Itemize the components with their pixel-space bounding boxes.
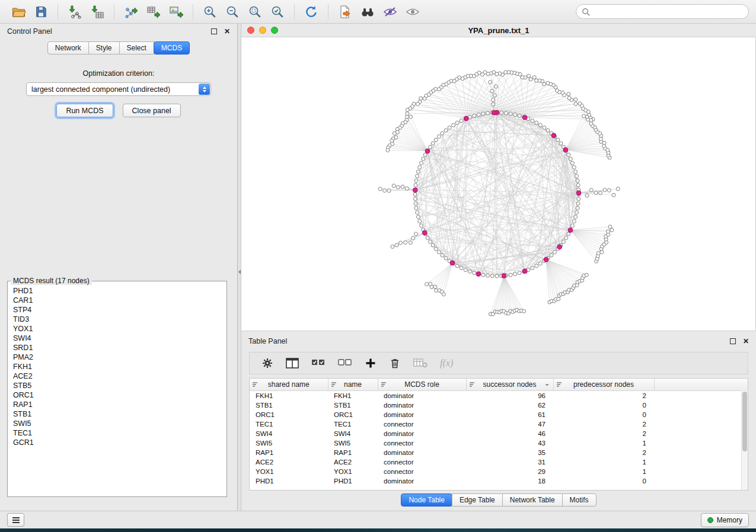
graph-node[interactable] <box>532 76 536 79</box>
cell-mcds-role[interactable]: dominator <box>378 448 466 457</box>
graph-node[interactable] <box>431 243 435 247</box>
result-node-item[interactable]: PMA2 <box>13 352 221 362</box>
graph-node[interactable] <box>557 297 560 301</box>
cell-mcds-role[interactable]: connector <box>378 467 466 476</box>
result-node-item[interactable]: TEC1 <box>13 428 221 438</box>
optimization-criterion-select[interactable]: largest connected component (undirected) <box>26 82 211 96</box>
graph-node[interactable] <box>387 189 391 193</box>
graph-node[interactable] <box>535 264 538 268</box>
search-input[interactable] <box>594 7 743 17</box>
graph-node[interactable] <box>448 126 451 130</box>
result-node-item[interactable]: SWI5 <box>13 419 221 428</box>
graph-node[interactable] <box>567 92 570 96</box>
graph-node[interactable] <box>567 153 570 156</box>
graph-node[interactable] <box>437 251 441 254</box>
graph-hub-node[interactable] <box>522 269 527 274</box>
graph-node[interactable] <box>486 274 490 277</box>
cell-shared-name[interactable]: YOX1 <box>250 467 328 476</box>
graph-node[interactable] <box>401 185 404 188</box>
graph-node[interactable] <box>585 194 589 197</box>
graph-node[interactable] <box>414 232 417 236</box>
result-node-item[interactable]: TID3 <box>13 315 221 324</box>
float-panel-icon[interactable] <box>211 28 217 34</box>
graph-node[interactable] <box>477 113 480 117</box>
tab-mcds[interactable]: MCDS <box>154 41 190 55</box>
graph-node[interactable] <box>576 206 579 210</box>
graph-node[interactable] <box>386 149 390 152</box>
graph-node[interactable] <box>522 309 526 313</box>
graph-node[interactable] <box>413 197 417 201</box>
delete-column-button[interactable] <box>389 357 401 369</box>
graph-node[interactable] <box>418 220 422 223</box>
cell-mcds-role[interactable]: dominator <box>378 391 466 401</box>
table-row[interactable]: SWI5SWI5connector431 <box>250 438 748 448</box>
graph-node[interactable] <box>404 241 407 244</box>
tab-select[interactable]: Select <box>119 41 154 55</box>
graph-node[interactable] <box>608 225 612 229</box>
graph-hub-node[interactable] <box>522 115 527 120</box>
tab-motifs[interactable]: Motifs <box>562 493 596 507</box>
cell-mcds-role[interactable]: connector <box>378 419 466 429</box>
graph-node[interactable] <box>414 184 417 187</box>
graph-node[interactable] <box>431 142 435 145</box>
search-field[interactable] <box>576 4 749 19</box>
graph-node[interactable] <box>495 274 499 278</box>
graph-hub-node[interactable] <box>450 261 455 265</box>
result-node-item[interactable]: ACE2 <box>13 371 221 381</box>
zoom-fit-button[interactable] <box>244 3 266 21</box>
cell-shared-name[interactable]: TEC1 <box>250 419 328 429</box>
graph-node[interactable] <box>529 78 532 81</box>
cell-shared-name[interactable]: SWI4 <box>250 429 328 438</box>
graph-node[interactable] <box>434 247 438 251</box>
graph-hub-node[interactable] <box>502 274 506 278</box>
cell-successor-nodes[interactable]: 43 <box>466 438 553 448</box>
graph-node[interactable] <box>572 220 576 223</box>
graph-node[interactable] <box>575 211 579 214</box>
result-node-item[interactable]: STB1 <box>13 409 221 419</box>
cell-name[interactable]: STB1 <box>328 400 378 410</box>
select-all-rows-button[interactable] <box>311 357 326 369</box>
close-table-panel-icon[interactable]: ✕ <box>743 338 749 345</box>
graph-node[interactable] <box>546 129 550 132</box>
graph-node[interactable] <box>575 174 579 178</box>
zoom-selected-button[interactable] <box>266 3 289 21</box>
graph-hub-node[interactable] <box>413 188 417 193</box>
graph-node[interactable] <box>437 134 441 138</box>
refresh-view-button[interactable] <box>300 3 323 21</box>
cell-name[interactable]: YOX1 <box>328 467 378 476</box>
graph-node[interactable] <box>409 115 413 118</box>
cell-predecessor-nodes[interactable]: 2 <box>553 448 654 457</box>
result-node-item[interactable]: SWI4 <box>13 334 221 343</box>
export-table-button[interactable] <box>142 3 165 21</box>
table-row[interactable]: FKH1FKH1dominator962 <box>250 391 748 401</box>
graph-node[interactable] <box>599 191 602 195</box>
graph-node[interactable] <box>490 274 494 278</box>
graph-node[interactable] <box>574 215 578 219</box>
graph-hub-node[interactable] <box>568 228 573 233</box>
cell-shared-name[interactable]: STB1 <box>250 400 328 410</box>
share-document-button[interactable] <box>334 3 356 21</box>
graph-hub-node[interactable] <box>422 230 427 235</box>
graph-node[interactable] <box>486 111 490 115</box>
graph-node[interactable] <box>616 187 620 191</box>
graph-node[interactable] <box>603 188 607 192</box>
graph-node[interactable] <box>572 165 576 169</box>
graph-node[interactable] <box>481 273 485 277</box>
close-panel-icon[interactable]: ✕ <box>224 28 230 35</box>
graph-node[interactable] <box>518 114 521 117</box>
graph-node[interactable] <box>527 74 531 78</box>
column-header-successor-nodes[interactable]: successor nodes⌄ <box>466 379 553 391</box>
graph-node[interactable] <box>395 243 398 247</box>
graph-node[interactable] <box>574 170 578 174</box>
result-node-item[interactable]: RAP1 <box>13 400 221 409</box>
graph-hub-node[interactable] <box>464 116 468 121</box>
run-mcds-button[interactable]: Run MCDS <box>56 104 113 117</box>
result-node-item[interactable]: CAR1 <box>13 296 221 305</box>
cell-predecessor-nodes[interactable]: 2 <box>553 419 654 429</box>
import-network-file-button[interactable] <box>63 3 86 21</box>
graph-node[interactable] <box>473 114 476 117</box>
graph-node[interactable] <box>610 228 614 232</box>
graph-hub-node[interactable] <box>492 110 496 115</box>
graph-hub-node[interactable] <box>551 133 556 138</box>
graph-node[interactable] <box>489 81 492 84</box>
